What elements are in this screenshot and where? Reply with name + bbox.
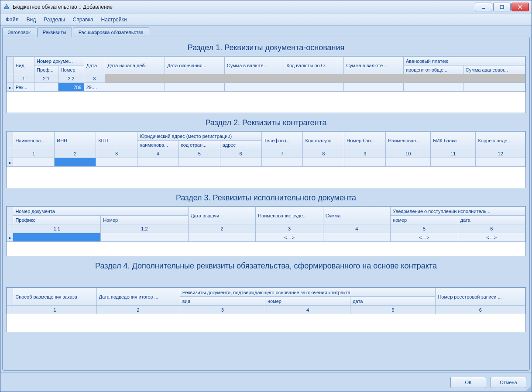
cell-vid[interactable]: Рек...	[13, 83, 34, 92]
window-controls	[474, 3, 529, 11]
cell-num-selected[interactable]: 789	[58, 83, 84, 92]
table-row[interactable]: ▸ <---> <---> <--->	[7, 233, 525, 242]
col-sum-adv[interactable]: Сумма авансовог...	[463, 65, 525, 74]
col-percent[interactable]: процент от обще...	[404, 65, 463, 74]
tab-detail[interactable]: Расшифровка обязательства	[73, 28, 149, 37]
minimize-button[interactable]	[475, 3, 492, 11]
menu-help[interactable]: Справка	[73, 17, 93, 23]
section4-title: Раздел 4. Дополнительные реквизиты обяза…	[6, 261, 526, 271]
svg-rect-0	[482, 8, 485, 9]
row-indicator-icon: ▸	[9, 160, 13, 165]
col-docnum[interactable]: Номер докуме...	[34, 57, 84, 65]
section2-grid[interactable]: Наименова... ИНН КПП Юридический адрес (…	[6, 131, 526, 188]
section3-title: Раздел 3. Реквизиты исполнительного доку…	[6, 193, 526, 203]
section1-grid[interactable]: Вид Номер докуме... Дата Дата начала дей…	[6, 56, 526, 113]
col-code[interactable]: Код валюты по О...	[284, 57, 344, 74]
dialog-footer: ОК Отмена	[0, 372, 532, 392]
ok-button[interactable]: ОК	[450, 377, 486, 388]
row-indicator-icon: ▸	[9, 85, 13, 90]
titlebar: Бюджетное обязательство :: Добавление	[0, 0, 532, 14]
cancel-button[interactable]: Отмена	[491, 377, 526, 388]
maximize-button[interactable]	[493, 3, 511, 11]
menu-sections[interactable]: Разделы	[44, 17, 65, 23]
section1-title: Раздел 1. Реквизиты документа-основания	[6, 43, 526, 52]
cell-date[interactable]: 29....	[84, 83, 105, 92]
col-date-end[interactable]: Дата окончания ...	[165, 57, 224, 74]
svg-rect-1	[500, 5, 504, 9]
app-window: Бюджетное обязательство :: Добавление Фа…	[0, 0, 532, 392]
tab-header[interactable]: Заголовок	[2, 28, 36, 37]
col-date[interactable]: Дата	[84, 57, 105, 74]
window-title: Бюджетное обязательство :: Добавление	[13, 4, 474, 10]
content-area: Заголовок Реквизиты Расшифровка обязател…	[0, 26, 532, 372]
col-sum1[interactable]: Сумма в валюте ...	[224, 57, 284, 74]
col-vid[interactable]: Вид	[13, 57, 34, 74]
close-button[interactable]	[511, 3, 529, 11]
col-sum2[interactable]: Сумма в валюте ...	[344, 57, 404, 74]
col-pref[interactable]: Преф...	[34, 65, 58, 74]
col-date-start[interactable]: Дата начала дей...	[105, 57, 165, 74]
tabstrip: Заголовок Реквизиты Расшифровка обязател…	[2, 28, 530, 37]
section4-grid[interactable]: Способ размещения заказа Дата подведения…	[6, 287, 526, 332]
menu-file[interactable]: Файл	[6, 17, 19, 23]
menu-settings[interactable]: Настройки	[101, 17, 127, 23]
section3-grid[interactable]: Номер документа Дата выдачи Наименование…	[6, 206, 526, 256]
table-row[interactable]: ▸ Рек... 789 29....	[7, 83, 525, 92]
col-num[interactable]: Номер	[58, 65, 84, 74]
col-advance[interactable]: Авансовый платеж	[404, 57, 525, 65]
menubar: Файл Вид Разделы Справка Настройки	[0, 14, 532, 26]
row-indicator-icon: ▸	[9, 235, 13, 240]
table-row[interactable]: ▸	[7, 158, 525, 167]
section2-title: Раздел 2. Реквизиты контрагента	[6, 118, 526, 127]
resize-grip-icon[interactable]	[526, 386, 531, 391]
tab-requisites[interactable]: Реквизиты	[37, 28, 72, 37]
menu-view[interactable]: Вид	[27, 17, 36, 23]
app-icon	[3, 3, 10, 10]
tab-panel: Раздел 1. Реквизиты документа-основания …	[2, 37, 530, 371]
